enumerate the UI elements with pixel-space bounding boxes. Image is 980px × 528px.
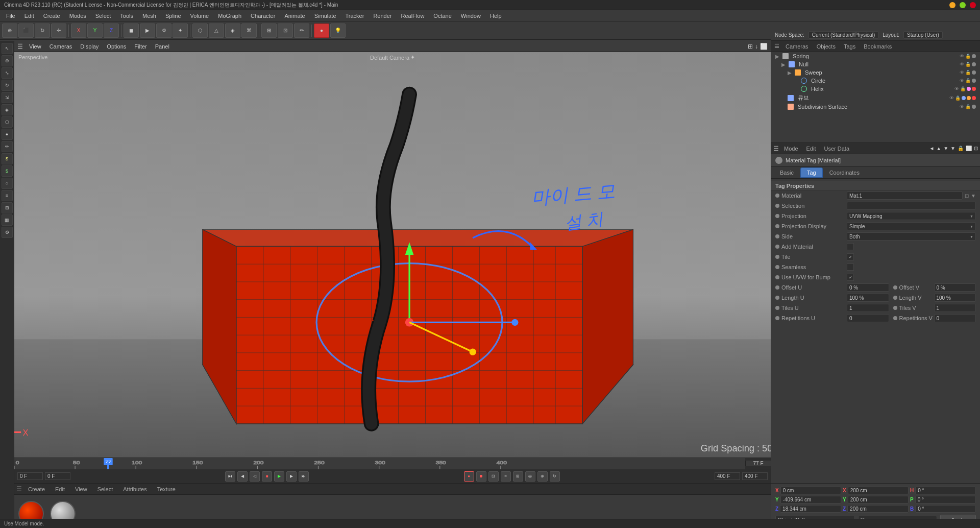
obj-subdiv[interactable]: Subdivision Surface 👁 🔒 [783,103,980,111]
tab-basic[interactable]: Basic [773,167,800,178]
menu-render[interactable]: Render [369,12,396,20]
btn-stop[interactable]: ■ [262,471,272,482]
tiles-v-value[interactable]: 1 [934,304,976,312]
viewport[interactable]: 마이 드 모 설 치 X Y Z Grid Spacing : 50 cm [14,52,771,458]
btn-play[interactable]: ▶ [274,471,284,482]
props-more[interactable]: ⊡ [974,146,978,151]
lt-setting[interactable]: ⚙ [2,227,13,238]
vp-cameras[interactable]: Cameras [47,42,75,51]
props-lock2[interactable]: 🔒 [958,146,964,151]
lt-grid[interactable]: ⊞ [2,202,13,213]
lt-point[interactable]: ● [2,129,13,140]
material-link-btn[interactable]: ⊡ [965,193,969,199]
props-arrow-up[interactable]: ▲ [936,146,941,151]
lt-scale[interactable]: ⤡ [2,67,13,79]
menu-create[interactable]: Create [39,12,64,20]
btn-snap[interactable]: ⊕ [537,471,548,482]
lt-move[interactable]: ⊕ [2,55,13,66]
start-frame-display[interactable]: 0 F [17,472,43,480]
obj-tab-tags[interactable]: Tags [841,42,859,51]
btn-anim[interactable]: ◎ [525,471,535,482]
vp-icon3[interactable]: ⬜ [760,43,768,50]
vp-icon2[interactable]: ↓ [755,43,758,50]
material-arrow-btn[interactable]: ▼ [971,193,976,199]
vp-filter[interactable]: Filter [132,42,149,51]
maximize-btn[interactable] [960,2,966,8]
menu-octane[interactable]: Octane [429,12,455,20]
tool-anim[interactable]: ✦ [173,23,188,38]
tab-view[interactable]: View [71,485,91,493]
menu-tracker[interactable]: Tracker [341,12,369,20]
btn-key[interactable]: ⊡ [488,471,499,482]
tool-model[interactable]: ◼ [124,23,139,38]
tab-texture[interactable]: Texture [153,485,180,493]
nodespace-value[interactable]: Current (Standard/Physical) [808,31,878,39]
menu-animate[interactable]: Animate [280,12,309,20]
rot-b[interactable]: 0 ° [915,505,976,513]
size-z[interactable]: 200 cm [847,505,909,513]
proj-display-value[interactable]: Simple [847,222,976,230]
bottom-hamburger[interactable]: ☰ [16,486,22,493]
vp-display[interactable]: Display [78,42,101,51]
lock-icon-sweep[interactable]: 🔒 [965,70,971,75]
menu-realflow[interactable]: RealFlow [397,12,428,20]
tool-object[interactable]: ▶ [140,23,155,38]
tab-attributes[interactable]: Attributes [119,485,151,493]
rep-v-value[interactable]: 0 [934,314,976,322]
lock-icon-spring[interactable]: 🔒 [965,54,971,59]
timeline-ruler[interactable]: 0 50 100 150 200 250 300 [14,458,745,469]
lt-rotate[interactable]: ↻ [2,80,13,91]
checkbox-uvw-bump[interactable] [847,274,854,281]
lt-dollar[interactable]: $ [2,153,13,164]
tiles-u-value[interactable]: 1 [847,304,889,312]
tool-render[interactable]: ● [314,23,329,38]
props-arrow-left[interactable]: ◄ [929,146,934,151]
props-expand[interactable]: ⬜ [966,146,972,151]
projection-value[interactable]: UVW Mapping [847,212,976,220]
btn-prev-frame[interactable]: ◀ [237,471,248,482]
time-display[interactable]: 0 F [45,472,70,480]
btn-skip-end[interactable]: ⏭ [299,471,309,482]
tool-move[interactable]: ⊕ [2,23,17,38]
coord-z[interactable]: 18.344 cm [780,505,841,513]
btn-play-back[interactable]: ◁ [250,471,260,482]
menu-mograph[interactable]: MoGraph [214,12,246,20]
menu-mesh[interactable]: Mesh [138,12,160,20]
selection-value[interactable] [847,202,976,210]
offset-u-value[interactable]: 0 % [847,283,889,292]
tab-create[interactable]: Create [24,485,49,493]
btn-skip-start[interactable]: ⏮ [225,471,235,482]
hamburger-icon[interactable]: ☰ [17,43,23,50]
eye-icon-circle[interactable]: 👁 [960,78,964,83]
lock-icon-cube[interactable]: 🔒 [955,95,961,101]
lt-checkers[interactable]: ▦ [2,214,13,226]
props-hamburger[interactable]: ☰ [773,145,779,152]
obj-cube[interactable]: 큐브 👁 🔒 [783,93,980,103]
lt-s2[interactable]: $ [2,165,13,177]
tab-tag[interactable]: Tag [800,167,823,178]
rot-h[interactable]: 0 ° [915,487,976,494]
obj-tab-node[interactable]: Cameras [782,42,812,51]
tool-render2[interactable]: 💡 [330,23,346,38]
eye-icon-null[interactable]: 👁 [960,62,964,67]
length-u-value[interactable]: 100 % [847,294,889,302]
btn-motion[interactable]: ≈ [501,471,511,482]
material-value[interactable]: Mat.1 [847,191,963,200]
menu-window[interactable]: Window [457,12,485,20]
tool-scale[interactable]: ✛ [51,23,66,38]
eye-icon-cube[interactable]: 👁 [949,95,954,101]
tool-live[interactable]: ⌘ [241,23,257,38]
tool-point[interactable]: ◈ [225,23,240,38]
btn-layers[interactable]: ⊞ [513,471,523,482]
checkbox-seamless[interactable] [847,263,854,271]
obj-sweep[interactable]: ▶ Sweep 👁 🔒 [783,68,980,77]
tab-select[interactable]: Select [93,485,117,493]
tool-rotate[interactable]: ↻ [35,23,50,38]
menu-tools[interactable]: Tools [116,12,137,20]
side-value[interactable]: Both [847,232,976,241]
checkbox-add-material[interactable] [847,243,854,250]
vp-view[interactable]: View [27,42,43,51]
coord-y[interactable]: -409.664 cm [780,496,841,503]
menu-file[interactable]: File [2,12,19,20]
layout-value[interactable]: Startup (User) [903,31,943,39]
